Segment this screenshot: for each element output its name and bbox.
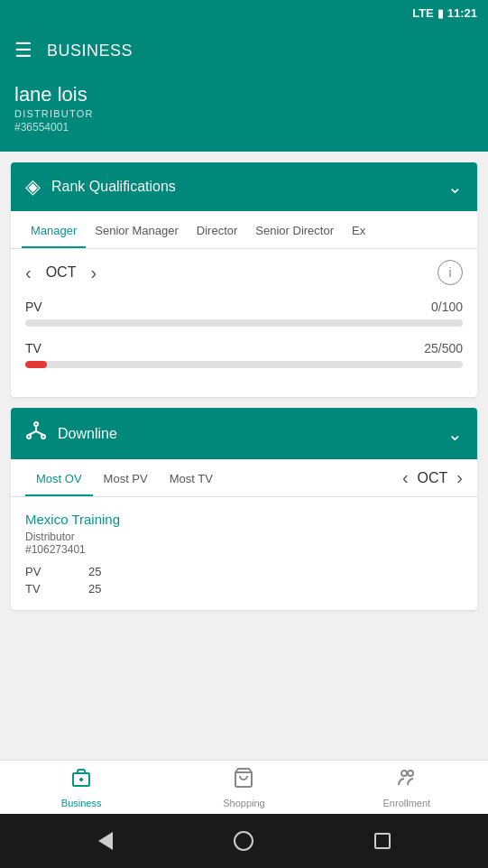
nav-title: BUSINESS: [47, 42, 133, 60]
nav-item-enrollment[interactable]: Enrollment: [326, 761, 488, 814]
tv-progress-row: TV 25/500: [25, 341, 463, 368]
svg-point-10: [401, 771, 407, 776]
downline-title: Downline: [58, 426, 117, 442]
progress-section: PV 0/100 TV 25/500: [11, 296, 477, 397]
tv-stat-value: 25: [88, 582, 101, 596]
info-icon[interactable]: i: [437, 260, 463, 285]
month-navigation: ‹ OCT › i: [11, 249, 477, 296]
rank-chevron-icon: ⌄: [447, 176, 463, 198]
user-id: #36554001: [14, 121, 474, 134]
rank-qualifications-card: ◈ Rank Qualifications ⌄ Manager Senior M…: [11, 162, 477, 397]
tv-stat-label: TV: [25, 582, 52, 596]
main-content: ◈ Rank Qualifications ⌄ Manager Senior M…: [0, 152, 488, 817]
bottom-nav: Business Shopping Enrollment: [0, 760, 488, 814]
enrollment-icon: [396, 767, 418, 794]
rank-qualifications-title: Rank Qualifications: [51, 179, 176, 195]
tv-label-row: TV 25/500: [25, 341, 463, 356]
tab-most-tv[interactable]: Most TV: [159, 459, 224, 496]
user-role: DISTRIBUTOR: [14, 108, 474, 119]
stat-row-pv: PV 25: [25, 565, 463, 578]
pv-label-row: PV 0/100: [25, 300, 463, 314]
android-nav-bar: [0, 814, 488, 868]
shopping-icon: [233, 767, 254, 794]
downline-month-nav: ‹ OCT ›: [402, 467, 463, 488]
svg-point-0: [34, 422, 38, 426]
svg-point-2: [41, 435, 45, 439]
month-nav-left: ‹ OCT ›: [25, 263, 97, 283]
downline-tabs-row: Most OV Most PV Most TV ‹ OCT ›: [11, 459, 477, 497]
status-bar: LTE ▮ 11:21: [0, 0, 488, 25]
tab-senior-manager[interactable]: Senior Manager: [86, 211, 188, 248]
downline-header[interactable]: Downline ⌄: [11, 408, 477, 459]
org-icon: [25, 420, 47, 447]
pv-progress-bar-bg: [25, 319, 463, 327]
rank-qualifications-header[interactable]: ◈ Rank Qualifications ⌄: [11, 162, 477, 211]
tab-senior-director[interactable]: Senior Director: [246, 211, 343, 248]
time-display: 11:21: [447, 6, 477, 20]
distributor-stats: PV 25 TV 25: [25, 565, 463, 596]
next-month-arrow[interactable]: ›: [90, 263, 97, 283]
recents-button[interactable]: [370, 828, 395, 854]
nav-item-business[interactable]: Business: [0, 761, 162, 814]
business-icon: [70, 767, 92, 794]
status-icons: LTE ▮ 11:21: [412, 6, 477, 20]
svg-line-4: [29, 431, 36, 435]
pv-label: PV: [25, 300, 42, 314]
distributor-item: Mexico Training Distributor #106273401 P…: [11, 497, 477, 610]
prev-month-arrow[interactable]: ‹: [25, 263, 32, 283]
downline-prev-month-arrow[interactable]: ‹: [402, 467, 409, 488]
tab-most-pv[interactable]: Most PV: [93, 459, 159, 496]
pv-stat-label: PV: [25, 565, 52, 578]
nav-label-shopping: Shopping: [223, 798, 265, 808]
distributor-id: #106273401: [25, 543, 463, 556]
svg-point-1: [27, 435, 31, 439]
svg-point-11: [408, 771, 413, 776]
tab-ex[interactable]: Ex: [343, 211, 374, 248]
downline-tabs-left: Most OV Most PV Most TV: [25, 459, 224, 496]
distributor-name: Mexico Training: [25, 512, 463, 527]
user-name: lane lois: [14, 83, 474, 106]
battery-icon: ▮: [437, 6, 444, 20]
distributor-role: Distributor: [25, 531, 463, 543]
nav-item-shopping[interactable]: Shopping: [162, 761, 325, 814]
user-header: lane lois DISTRIBUTOR #36554001: [0, 76, 488, 152]
tab-most-ov[interactable]: Most OV: [25, 459, 93, 496]
month-label: OCT: [46, 264, 77, 281]
tab-director[interactable]: Director: [188, 211, 247, 248]
svg-line-5: [36, 431, 43, 435]
tv-progress-bar-bg: [25, 361, 463, 368]
pv-value: 0/100: [431, 300, 463, 314]
stat-row-tv: TV 25: [25, 582, 463, 596]
rank-header-left: ◈ Rank Qualifications: [25, 175, 176, 199]
downline-card: Downline ⌄ Most OV Most PV Most TV ‹ OCT…: [11, 408, 477, 610]
nav-label-business: Business: [61, 798, 102, 808]
tab-manager[interactable]: Manager: [22, 211, 86, 248]
downline-month-label: OCT: [418, 470, 448, 486]
downline-header-left: Downline: [25, 420, 117, 447]
downline-next-month-arrow[interactable]: ›: [456, 467, 463, 488]
tv-value: 25/500: [424, 341, 463, 356]
pv-progress-row: PV 0/100: [25, 300, 463, 327]
nav-label-enrollment: Enrollment: [383, 798, 431, 808]
rank-tabs: Manager Senior Manager Director Senior D…: [11, 211, 477, 249]
hamburger-icon[interactable]: ☰: [14, 39, 32, 62]
tv-label: TV: [25, 341, 41, 356]
pv-stat-value: 25: [88, 565, 101, 578]
tv-progress-bar-fill: [25, 361, 47, 368]
diamond-icon: ◈: [25, 175, 41, 199]
home-button[interactable]: [231, 828, 256, 854]
downline-chevron-icon: ⌄: [447, 423, 463, 445]
signal-indicator: LTE: [412, 6, 434, 20]
back-button[interactable]: [93, 828, 118, 854]
top-nav: ☰ BUSINESS: [0, 25, 488, 76]
